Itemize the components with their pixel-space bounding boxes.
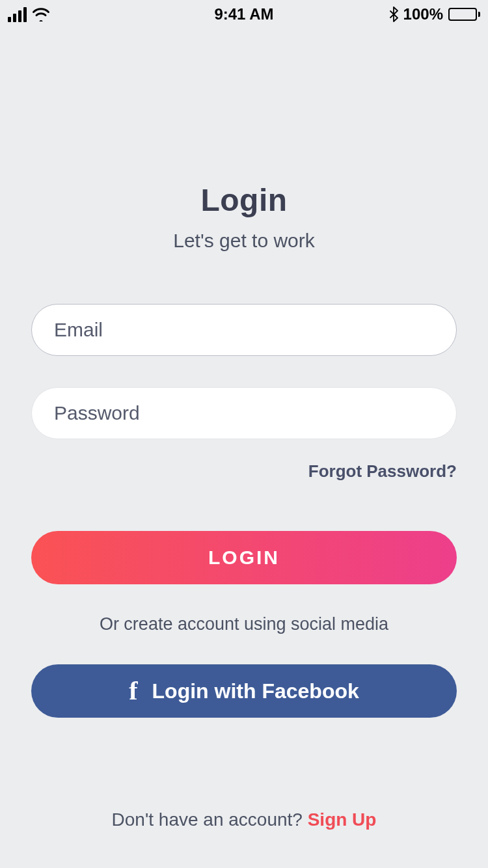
email-field[interactable] [31, 304, 457, 356]
page-title: Login [200, 182, 287, 218]
signup-footer: Don't have an account? Sign Up [0, 809, 488, 830]
login-screen: Login Let's get to work Forgot Password?… [0, 0, 488, 868]
facebook-button-label: Login with Facebook [152, 679, 359, 703]
forgot-password-link[interactable]: Forgot Password? [31, 461, 457, 481]
sign-up-link[interactable]: Sign Up [308, 809, 377, 830]
page-subtitle: Let's get to work [173, 230, 315, 252]
facebook-icon: f [129, 678, 137, 704]
password-field[interactable] [31, 387, 457, 439]
login-button[interactable]: LOGIN [31, 531, 457, 584]
signup-prompt: Don't have an account? [112, 809, 308, 830]
login-form: Forgot Password? LOGIN Or create account… [31, 304, 457, 718]
social-login-text: Or create account using social media [31, 614, 457, 634]
facebook-login-button[interactable]: f Login with Facebook [31, 664, 457, 718]
